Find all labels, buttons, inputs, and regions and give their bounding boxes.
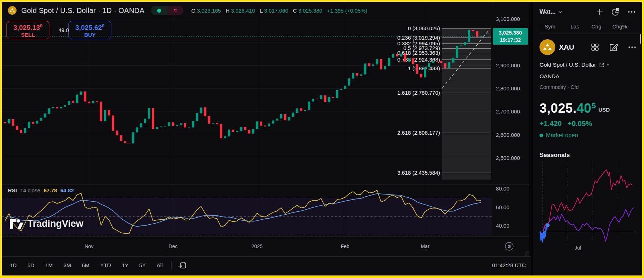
trade-buttons: 3,025.130 SELL 49.0 3,025.620 BUY <box>6 21 111 39</box>
chart-panel: 0 (3,060.026)0.236 (3,019.294)0.382 (2,9… <box>2 2 531 275</box>
scroll-wedge <box>539 24 543 30</box>
time-tick: Dec <box>169 243 178 249</box>
dot-separator <box>607 64 609 66</box>
edit-note-icon[interactable] <box>609 43 618 52</box>
range-button-ytd[interactable]: YTD <box>98 261 113 270</box>
chart-header: Gold Spot / U.S. Dollar · 1D · OANDA ≈ O… <box>8 6 367 15</box>
rsi-legend[interactable]: RSI 14 close 67.78 64.82 <box>8 187 74 193</box>
high-value: 3,026.410 <box>231 8 255 14</box>
symbol-card-header: XAU <box>539 33 642 57</box>
range-button-all[interactable]: All <box>155 261 165 270</box>
price-tick: 2,600.000 <box>496 132 520 138</box>
app-window: 0 (3,060.026)0.236 (3,019.294)0.382 (2,9… <box>2 2 642 275</box>
gold-coin-icon <box>8 6 17 15</box>
rsi-value: 67.78 <box>44 187 57 193</box>
time-tick: Feb <box>341 243 349 249</box>
tradingview-wordmark: TradingView <box>27 218 83 229</box>
chevron-down-icon <box>558 10 563 13</box>
main-chart[interactable]: 0 (3,060.026)0.236 (3,019.294)0.382 (2,9… <box>2 2 530 255</box>
symbol-type: Commodity · Cfd <box>539 80 642 90</box>
rsi-tick: 60.00 <box>496 204 510 210</box>
currency-label: USD <box>598 107 610 113</box>
close-value: 3,025.380 <box>298 8 323 14</box>
svg-text:1.618 (2,780.770): 1.618 (2,780.770) <box>397 90 440 96</box>
svg-text:19:17:32: 19:17:32 <box>500 37 521 43</box>
symbol-full-name[interactable]: Gold Spot / U.S. Dollar <box>539 62 596 68</box>
price-tick: 3,100.000 <box>496 16 520 22</box>
open-value: 3,023.165 <box>197 8 221 14</box>
range-button-5y[interactable]: 5Y <box>137 261 148 270</box>
col-last[interactable]: Las <box>570 23 591 30</box>
svg-text:0 (3,060.026): 0 (3,060.026) <box>408 25 440 31</box>
right-sidebar: Wat... Sym Las Chg Chg% <box>529 2 642 275</box>
col-chg[interactable]: Chg <box>591 23 612 30</box>
bottom-toolbar: 1D5D1M3M6MYTD1Y5YAll 01:42:28 UTC <box>2 256 531 274</box>
screenshot-frame: 0 (3,060.026)0.236 (3,019.294)0.382 (2,9… <box>0 0 644 278</box>
rsi-tick: 80.00 <box>496 185 510 192</box>
low-value: 3,017.060 <box>264 8 288 14</box>
go-to-date-icon[interactable] <box>178 261 187 270</box>
range-button-1y[interactable]: 1Y <box>120 261 130 270</box>
rsi-ma-value: 64.82 <box>60 187 74 193</box>
range-button-1m[interactable]: 1M <box>43 261 55 270</box>
change-value: +1.395 (+0.05%) <box>327 8 367 14</box>
ohlc-readout: O3,023.165 H3,026.410 L3,017.060 C3,025.… <box>191 8 367 14</box>
watchlist-column-headers[interactable]: Sym Las Chg Chg% <box>539 20 642 33</box>
sell-button[interactable]: 3,025.130 SELL <box>6 21 49 39</box>
seasonal-year-a <box>542 170 632 235</box>
gold-avatar-icon <box>539 39 555 55</box>
last-price: 3,025.405 USD <box>539 90 642 116</box>
symbol-title[interactable]: Gold Spot / U.S. Dollar · 1D · OANDA <box>21 6 145 15</box>
watchlist-header: Wat... <box>539 2 642 20</box>
price-tick: 2,900.000 <box>496 62 520 68</box>
scrollbar-thumb[interactable] <box>640 34 641 44</box>
svg-text:0.236 (3,019.294): 0.236 (3,019.294) <box>397 35 440 41</box>
svg-text:2.618 (2,608.177): 2.618 (2,608.177) <box>397 130 440 136</box>
price-change: +1.420+0.05% <box>539 116 642 128</box>
rsi-tick: 40.00 <box>496 223 510 229</box>
toolbar-divider <box>171 261 172 269</box>
range-button-5d[interactable]: 5D <box>25 261 36 270</box>
price-tick: 2,500.000 <box>496 155 520 161</box>
rsi-params: 14 close <box>20 187 40 193</box>
time-tick: 2025 <box>252 243 263 249</box>
tradingview-logo-icon <box>10 219 23 229</box>
time-tick: Mar <box>421 243 429 249</box>
svg-text:3,025.380: 3,025.380 <box>499 30 522 36</box>
symbol-ticker[interactable]: XAU <box>559 43 574 51</box>
svg-text:⚙: ⚙ <box>507 244 511 249</box>
range-button-6m[interactable]: 6M <box>80 261 92 270</box>
price-tick: 2,700.000 <box>496 108 520 115</box>
seasonal-x-label: Jul <box>574 245 581 251</box>
add-symbol-icon[interactable] <box>596 8 604 16</box>
col-symbol[interactable]: Sym <box>545 23 555 30</box>
utc-clock[interactable]: 01:42:28 UTC <box>492 262 526 268</box>
range-button-1d[interactable]: 1D <box>8 261 19 270</box>
rsi-title: RSI <box>8 187 17 193</box>
low-label: L <box>260 8 263 14</box>
price-tick: 2,800.000 <box>496 85 520 91</box>
watchlist-title-button[interactable]: Wat... <box>539 8 563 15</box>
symbol-more-icon[interactable] <box>628 43 636 51</box>
watchlist-more-icon[interactable] <box>627 8 636 16</box>
current-point-dot <box>546 223 550 227</box>
col-chg-pct[interactable]: Chg% <box>612 23 634 30</box>
market-status: Market open <box>539 128 642 139</box>
buy-button[interactable]: 3,025.620 BUY <box>68 21 111 39</box>
svg-text:3.618 (2,435.584): 3.618 (2,435.584) <box>397 170 440 176</box>
layout-grid-icon[interactable] <box>591 43 599 51</box>
market-open-dot-icon[interactable] <box>151 6 167 15</box>
market-status-toggle[interactable]: ≈ <box>151 6 183 15</box>
market-open-dot-icon <box>539 134 543 137</box>
close-label: C <box>293 8 297 14</box>
seasonals-title: Seasonals <box>539 139 642 159</box>
portfolio-pie-icon[interactable] <box>611 8 620 16</box>
external-link-icon[interactable] <box>599 62 604 68</box>
fib-zone <box>442 28 491 180</box>
seasonals-chart[interactable]: Jul <box>537 161 641 252</box>
seasonal-year-b <box>542 207 634 241</box>
range-button-3m[interactable]: 3M <box>61 261 73 270</box>
tradingview-logo[interactable]: TradingView <box>10 218 83 229</box>
approx-price-icon[interactable]: ≈ <box>167 6 183 15</box>
high-label: H <box>226 8 230 14</box>
